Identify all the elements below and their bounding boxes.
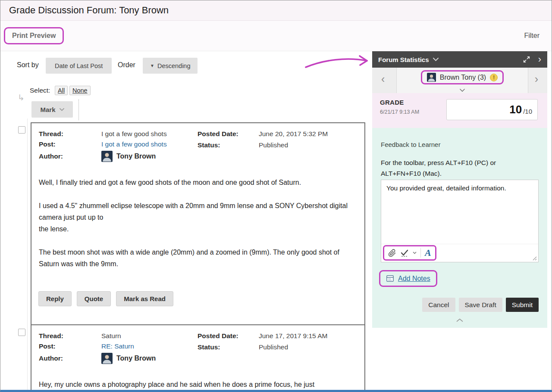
posted-date-label: Posted Date:	[198, 332, 259, 340]
mark-as-read-button[interactable]: Mark as Read	[116, 291, 173, 306]
student-name: Brown Tony (3)	[440, 74, 486, 81]
collapse-section-button[interactable]	[457, 317, 463, 323]
post-body: Hey, my uncle owns a photography place a…	[39, 379, 359, 392]
author-name: Tony Brown	[116, 355, 156, 362]
paperclip-icon	[388, 249, 396, 257]
chevron-down-icon[interactable]	[460, 89, 465, 92]
forum-statistics-title[interactable]: Forum Statistics	[378, 56, 429, 63]
grade-input-box: /10	[446, 99, 538, 120]
select-all-link[interactable]: All	[55, 86, 68, 95]
feedback-editor: You provided great, detailed information…	[381, 180, 539, 262]
previous-student-button[interactable]: ‹	[381, 73, 385, 85]
quote-button[interactable]: Quote	[77, 291, 111, 306]
posted-date-label: Posted Date:	[198, 130, 259, 138]
filter-button[interactable]: Filter	[524, 32, 539, 40]
chevron-down-icon	[60, 108, 64, 111]
select-label: Select:	[30, 87, 50, 94]
student-navigator: ‹ Brown Tony (3) ! ›	[372, 68, 547, 93]
thread-label: Thread:	[39, 332, 101, 340]
posted-date-value: June 17, 2017 9:15 AM	[259, 332, 327, 340]
status-label: Status:	[198, 141, 259, 149]
annotation-editor-tools: A	[383, 245, 436, 261]
post-link[interactable]: RE: Saturn	[101, 342, 156, 350]
author-cell: Tony Brown	[101, 151, 167, 162]
text-style-icon: A	[425, 248, 431, 258]
expand-icon[interactable]	[523, 56, 530, 63]
post-paragraph: Well, I finally tried and got a few good…	[39, 177, 359, 188]
spellcheck-dropdown-button[interactable]	[413, 252, 417, 254]
post-meta-right: Posted Date: June 20, 2017 5:32 PM Statu…	[198, 130, 328, 149]
spellcheck-button[interactable]	[400, 249, 409, 257]
print-preview-button[interactable]: Print Preview	[12, 32, 56, 40]
thread-value: I got a few good shots	[101, 130, 167, 138]
post-body: Well, I finally tried and got a few good…	[39, 177, 359, 281]
add-notes-link[interactable]: Add Notes	[398, 275, 430, 283]
attach-file-button[interactable]	[388, 249, 396, 257]
editor-toolbar-hint: For the toolbar, press ALT+F10 (PC) or A…	[381, 157, 526, 179]
post-checkbox[interactable]	[18, 126, 25, 134]
student-selector[interactable]: Brown Tony (3) !	[421, 70, 504, 84]
action-bar: Print Preview Filter	[0, 21, 552, 51]
post-meta: Thread: Saturn Post: RE: Saturn Author: …	[39, 332, 156, 364]
author-avatar	[101, 353, 113, 364]
annotation-add-notes: Add Notes	[379, 270, 437, 287]
thread-label: Thread:	[39, 130, 101, 138]
select-none-link[interactable]: None	[69, 86, 91, 95]
next-student-button[interactable]: ›	[535, 73, 538, 85]
order-select[interactable]: ▼ Descending	[143, 58, 198, 74]
post-label: Post:	[39, 342, 101, 350]
panel-header: Forum Statistics ›	[372, 51, 547, 68]
author-name: Tony Brown	[116, 152, 156, 160]
student-selector-area: Brown Tony (3) !	[396, 68, 528, 93]
posted-date-value: June 20, 2017 5:32 PM	[259, 130, 328, 138]
chevron-down-icon	[413, 252, 417, 254]
toolbar-divider	[78, 100, 79, 120]
reply-indent-icon: ↳	[18, 93, 25, 103]
post-card: Thread: I got a few good shots Post: I g…	[31, 122, 365, 327]
post-paragraph: I used a 4.5" zhummell eclipse telescope…	[39, 200, 359, 235]
feedback-label: Feedback to Learner	[381, 141, 440, 148]
needs-grading-icon: !	[490, 74, 498, 81]
chevron-down-icon[interactable]	[433, 58, 439, 61]
student-avatar	[427, 73, 436, 82]
annotation-print-preview: Print Preview	[4, 27, 64, 44]
feedback-section: Feedback to Learner For the toolbar, pre…	[372, 128, 547, 328]
annotation-arrow	[302, 51, 373, 71]
author-cell: Tony Brown	[101, 353, 156, 364]
order-value: Descending	[157, 62, 191, 69]
chevron-up-icon	[457, 318, 463, 322]
mark-button-label: Mark	[40, 106, 55, 113]
sort-by-select[interactable]: Date of Last Post	[46, 58, 112, 74]
grade-denominator: /10	[523, 105, 532, 115]
thread-value: Saturn	[101, 332, 156, 340]
status-value: Published	[259, 343, 327, 351]
submit-button[interactable]: Submit	[506, 298, 539, 312]
title-bar: Grade Discussion Forum: Tony Brown	[0, 0, 552, 21]
post-checkbox[interactable]	[18, 329, 25, 336]
feedback-buttons: Cancel Save Draft Submit	[422, 298, 539, 312]
editor-toolbar: A	[381, 244, 538, 262]
add-notes-icon	[386, 274, 394, 283]
grade-discussion-page: Grade Discussion Forum: Tony Brown Print…	[0, 0, 552, 392]
feedback-textarea[interactable]: You provided great, detailed information…	[381, 180, 538, 244]
post-card: Thread: Saturn Post: RE: Saturn Author: …	[31, 324, 365, 392]
panel-collapse-right-icon[interactable]: ›	[538, 55, 541, 64]
text-style-button[interactable]: A	[425, 248, 431, 258]
post-paragraph: The best moon shot was with a wide angle…	[39, 246, 359, 270]
author-label: Author:	[39, 152, 101, 160]
grade-timestamp: 6/21/17 9:13 AM	[380, 109, 419, 115]
descending-icon: ▼	[150, 63, 154, 68]
mark-button[interactable]: Mark	[31, 101, 73, 118]
save-draft-button[interactable]: Save Draft	[459, 298, 502, 312]
grade-label: GRADE	[380, 99, 404, 106]
reply-button[interactable]: Reply	[38, 291, 72, 306]
author-avatar	[101, 151, 113, 162]
post-actions: Reply Quote Mark as Read	[38, 291, 173, 306]
post-link[interactable]: I got a few good shots	[101, 140, 167, 148]
resize-handle[interactable]	[531, 255, 537, 261]
grade-input[interactable]	[497, 103, 522, 116]
cancel-button[interactable]: Cancel	[422, 298, 455, 312]
post-meta-right: Posted Date: June 17, 2017 9:15 AM Statu…	[198, 332, 327, 351]
page-title: Grade Discussion Forum: Tony Brown	[9, 5, 169, 16]
toolbar-separator	[420, 248, 421, 258]
